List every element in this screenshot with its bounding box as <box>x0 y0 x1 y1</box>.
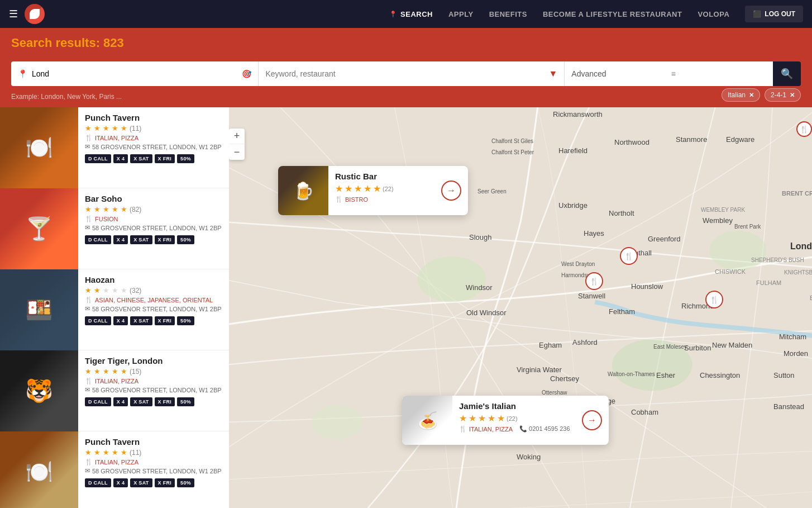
food-image-placeholder: 🐯 <box>0 350 78 431</box>
tag-xfri: X FRI <box>155 235 175 244</box>
star-4: ★ <box>112 124 118 132</box>
restaurant-image: 🍽️ <box>0 431 78 508</box>
search-advanced-box[interactable]: Advanced ≡ <box>564 61 773 86</box>
address-icon: ✉ <box>85 143 90 150</box>
food-image-placeholder: 🍽️ <box>0 431 78 508</box>
pstar: ★ <box>497 413 505 424</box>
pstar: ★ <box>335 183 343 194</box>
search-button[interactable]: 🔍 <box>773 61 801 86</box>
tag-xfri: X FRI <box>155 154 175 163</box>
search-location-input[interactable] <box>32 69 237 78</box>
map-zoom-controls: + − <box>229 129 245 160</box>
popup-phone: 📞 0201 4595 236 <box>519 425 570 433</box>
card-body: Punch Tavern ★ ★ ★ ★ ★ (11) 🍴 ITALIAN, P… <box>78 107 229 188</box>
restaurant-address: ✉ 58 GROSVENOR STREET, LONDON, W1 2BP <box>85 143 222 150</box>
popup-stars: ★ ★ ★ ★ ★ (22) <box>335 183 434 194</box>
svg-point-4 <box>312 405 363 440</box>
nav-become[interactable]: BECOME A LIFESTYLE RESTAURANT <box>543 10 682 18</box>
card-tags: D CALL X 4 X SAT X FRI 50% <box>85 235 222 244</box>
pstar: ★ <box>488 413 495 424</box>
logout-button[interactable]: ⬛ LOG OUT <box>745 6 803 22</box>
card-body: Bar Soho ★ ★ ★ ★ ★ (82) 🍴 FUSION ✉ 58 GR… <box>78 188 229 269</box>
hamburger-icon[interactable]: ☰ <box>9 8 18 20</box>
review-count: (32) <box>130 287 141 295</box>
popup-arrow-button[interactable]: → <box>441 181 461 201</box>
restaurant-card[interactable]: 🍱 Haozan ★ ★ ★ ★ ★ (32) 🍴 ASIAN, CHINESE… <box>0 269 229 350</box>
restaurant-name: Punch Tavern <box>85 437 222 447</box>
restaurant-cuisine: 🍴 ITALIAN, PIZZA <box>85 134 222 141</box>
header: ☰ SEARCH APPLY BENEFITS BECOME A LIFESTY… <box>0 0 812 28</box>
search-inputs: 📍 🎯 ▼ Advanced ≡ 🔍 <box>11 61 801 86</box>
nav-benefits[interactable]: BENEFITS <box>489 10 527 18</box>
map-area[interactable]: Rickmansworth EAST BARNET Chalfont St Gi… <box>229 107 812 508</box>
popup-name: Rustic Bar <box>335 172 434 181</box>
rating-stars: ★ ★ ★ ★ ★ (11) <box>85 124 222 132</box>
restaurant-card[interactable]: 🍽️ Punch Tavern ★ ★ ★ ★ ★ (11) 🍴 ITALIAN… <box>0 107 229 188</box>
popup-arrow-button[interactable]: → <box>582 410 602 430</box>
tag-xsat: X SAT <box>130 154 152 163</box>
svg-point-2 <box>709 230 767 270</box>
geo-icon[interactable]: 🎯 <box>242 69 251 78</box>
star-5: ★ <box>121 448 127 457</box>
nav-volopa[interactable]: VOLOPA <box>698 10 729 18</box>
rating-stars: ★ ★ ★ ★ ★ (82) <box>85 205 222 213</box>
rating-stars: ★ ★ ★ ★ ★ (11) <box>85 448 222 457</box>
tag-xfri: X FRI <box>155 316 175 325</box>
svg-point-1 <box>418 257 486 302</box>
zoom-in-button[interactable]: + <box>229 129 245 144</box>
filter-tag-241-remove[interactable]: ✕ <box>790 92 795 99</box>
popup-body: Jamie's Italian ★ ★ ★ ★ ★ (22) 🍴 ITALIAN… <box>452 396 582 445</box>
tag-xfri: X FRI <box>155 397 175 406</box>
star-5: ★ <box>121 367 127 376</box>
nav-apply[interactable]: APPLY <box>448 10 474 18</box>
pstar: ★ <box>345 183 352 194</box>
star-4: ★ <box>112 448 118 457</box>
popup-cuisine: 🍴 ITALIAN, PIZZA 📞 0201 4595 236 <box>459 425 575 433</box>
pstar: ★ <box>478 413 486 424</box>
restaurant-card[interactable]: 🍽️ Punch Tavern ★ ★ ★ ★ ★ (11) 🍴 ITALIAN… <box>0 431 229 508</box>
logout-label: LOG OUT <box>765 10 795 18</box>
filter-tag-italian[interactable]: Italian ✕ <box>722 88 760 102</box>
popup-cuisine: 🍴 BISTRO <box>335 196 434 203</box>
cuisine-icon: 🍴 <box>335 196 343 203</box>
card-body: Tiger Tiger, London ★ ★ ★ ★ ★ (15) 🍴 ITA… <box>78 350 229 431</box>
nav-search[interactable]: SEARCH <box>389 10 433 18</box>
map-marker[interactable] <box>705 291 723 308</box>
star-5: ★ <box>121 286 127 295</box>
filter-tag-241[interactable]: 2-4-1 ✕ <box>765 88 801 102</box>
address-icon: ✉ <box>85 305 90 312</box>
filter-tag-italian-remove[interactable]: ✕ <box>749 92 754 99</box>
logo <box>25 4 45 24</box>
card-body: Haozan ★ ★ ★ ★ ★ (32) 🍴 ASIAN, CHINESE, … <box>78 269 229 350</box>
zoom-out-button[interactable]: − <box>229 144 245 160</box>
star-2: ★ <box>94 124 101 132</box>
star-1: ★ <box>85 124 92 132</box>
restaurant-card[interactable]: 🐯 Tiger Tiger, London ★ ★ ★ ★ ★ (15) 🍴 I… <box>0 350 229 431</box>
filter-icon[interactable]: ▼ <box>549 69 558 79</box>
popup-review-count: (22) <box>507 415 518 422</box>
tag-xsat: X SAT <box>130 235 152 244</box>
map-popup-jamies-italian: 🍝 Jamie's Italian ★ ★ ★ ★ ★ (22) 🍴 ITALI… <box>402 396 609 445</box>
tag-50: 50% <box>177 397 194 406</box>
filter-tags: Italian ✕ 2-4-1 ✕ <box>722 88 801 102</box>
restaurant-address: ✉ 58 GROSVENOR STREET, LONDON, W1 2BP <box>85 386 222 393</box>
cuisine-icon: 🍴 <box>85 296 93 303</box>
tag-dcall: D CALL <box>85 316 111 325</box>
pstar: ★ <box>469 413 476 424</box>
restaurant-list: 🍽️ Punch Tavern ★ ★ ★ ★ ★ (11) 🍴 ITALIAN… <box>0 107 229 508</box>
tag-x4: X 4 <box>113 235 128 244</box>
restaurant-cuisine: 🍴 ITALIAN, PIZZA <box>85 458 222 466</box>
map-marker[interactable] <box>620 247 638 265</box>
restaurant-card[interactable]: 🍸 Bar Soho ★ ★ ★ ★ ★ (82) 🍴 FUSION ✉ 58 … <box>0 188 229 269</box>
map-marker[interactable] <box>585 272 603 290</box>
pstar: ★ <box>459 413 467 424</box>
tag-50: 50% <box>177 478 194 487</box>
cuisine-icon: 🍴 <box>85 458 93 466</box>
review-count: (82) <box>130 206 141 213</box>
search-keyword-input[interactable] <box>265 69 544 78</box>
advanced-label: Advanced <box>571 69 666 78</box>
map-popup-rustic-bar: 🍺 Rustic Bar ★ ★ ★ ★ ★ (22) 🍴 BISTRO → <box>278 166 468 215</box>
search-hint: Example: London, New York, Paris ... <box>11 93 122 101</box>
popup-stars: ★ ★ ★ ★ ★ (22) <box>459 413 575 424</box>
map-marker-cluster[interactable] <box>796 121 812 137</box>
